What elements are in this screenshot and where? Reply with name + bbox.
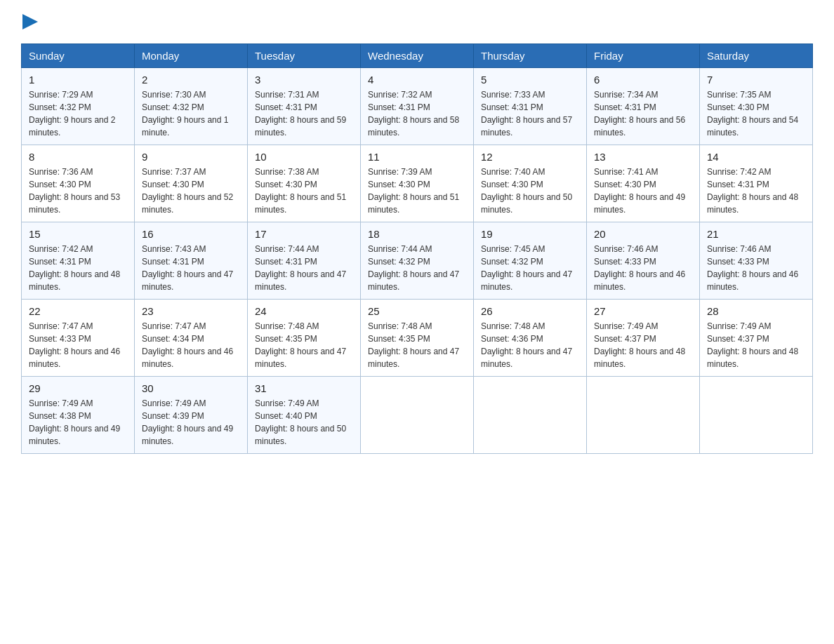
day-info: Sunrise: 7:44 AM Sunset: 4:31 PM Dayligh… <box>255 243 353 293</box>
daylight-label: Daylight: 9 hours and 1 minute. <box>142 115 228 137</box>
daylight-label: Daylight: 8 hours and 54 minutes. <box>707 115 798 137</box>
calendar-day-cell: 3 Sunrise: 7:31 AM Sunset: 4:31 PM Dayli… <box>248 68 361 145</box>
daylight-label: Daylight: 8 hours and 46 minutes. <box>142 347 233 369</box>
day-number: 4 <box>368 74 466 86</box>
daylight-label: Daylight: 8 hours and 46 minutes. <box>707 269 798 292</box>
day-info: Sunrise: 7:49 AM Sunset: 4:39 PM Dayligh… <box>142 397 240 448</box>
sunrise-label: Sunrise: 7:29 AM <box>29 90 93 100</box>
calendar-week-row: 29 Sunrise: 7:49 AM Sunset: 4:38 PM Dayl… <box>22 377 813 454</box>
day-info: Sunrise: 7:37 AM Sunset: 4:30 PM Dayligh… <box>142 166 240 216</box>
weekday-header-thursday: Thursday <box>474 44 587 68</box>
day-info: Sunrise: 7:42 AM Sunset: 4:31 PM Dayligh… <box>707 166 805 216</box>
day-info: Sunrise: 7:48 AM Sunset: 4:36 PM Dayligh… <box>481 320 579 370</box>
calendar-day-cell: 8 Sunrise: 7:36 AM Sunset: 4:30 PM Dayli… <box>22 145 135 222</box>
sunset-label: Sunset: 4:30 PM <box>29 180 91 189</box>
sunrise-label: Sunrise: 7:35 AM <box>707 90 771 100</box>
sunrise-label: Sunrise: 7:42 AM <box>707 167 771 177</box>
sunrise-label: Sunrise: 7:47 AM <box>29 321 93 331</box>
sunset-label: Sunset: 4:40 PM <box>255 411 317 421</box>
day-info: Sunrise: 7:40 AM Sunset: 4:30 PM Dayligh… <box>481 166 579 216</box>
day-info: Sunrise: 7:43 AM Sunset: 4:31 PM Dayligh… <box>142 243 240 293</box>
page-header <box>21 14 813 29</box>
logo-arrow-icon <box>22 14 38 29</box>
day-number: 1 <box>29 74 127 86</box>
sunrise-label: Sunrise: 7:49 AM <box>142 398 206 408</box>
calendar-day-cell: 11 Sunrise: 7:39 AM Sunset: 4:30 PM Dayl… <box>361 145 474 222</box>
day-number: 11 <box>368 151 466 163</box>
day-number: 10 <box>255 151 353 163</box>
sunrise-label: Sunrise: 7:43 AM <box>142 244 206 254</box>
weekday-header-wednesday: Wednesday <box>361 44 474 68</box>
day-info: Sunrise: 7:31 AM Sunset: 4:31 PM Dayligh… <box>255 88 353 139</box>
day-info: Sunrise: 7:47 AM Sunset: 4:34 PM Dayligh… <box>142 320 240 370</box>
sunrise-label: Sunrise: 7:36 AM <box>29 167 93 177</box>
sunrise-label: Sunrise: 7:48 AM <box>255 321 319 331</box>
weekday-header-tuesday: Tuesday <box>248 44 361 68</box>
daylight-label: Daylight: 8 hours and 47 minutes. <box>368 347 459 369</box>
daylight-label: Daylight: 9 hours and 2 minutes. <box>29 115 115 137</box>
sunset-label: Sunset: 4:35 PM <box>255 334 317 344</box>
day-number: 23 <box>142 305 240 317</box>
day-number: 18 <box>368 228 466 240</box>
calendar-day-cell: 9 Sunrise: 7:37 AM Sunset: 4:30 PM Dayli… <box>135 145 248 222</box>
daylight-label: Daylight: 8 hours and 48 minutes. <box>29 269 120 292</box>
calendar-day-cell: 25 Sunrise: 7:48 AM Sunset: 4:35 PM Dayl… <box>361 300 474 377</box>
sunset-label: Sunset: 4:30 PM <box>142 180 204 189</box>
calendar-day-cell: 29 Sunrise: 7:49 AM Sunset: 4:38 PM Dayl… <box>22 377 135 454</box>
empty-cell <box>700 377 813 454</box>
daylight-label: Daylight: 8 hours and 47 minutes. <box>481 269 572 292</box>
daylight-label: Daylight: 8 hours and 47 minutes. <box>255 269 346 292</box>
sunrise-label: Sunrise: 7:49 AM <box>255 398 319 408</box>
daylight-label: Daylight: 8 hours and 50 minutes. <box>481 192 572 215</box>
sunset-label: Sunset: 4:33 PM <box>29 334 91 344</box>
weekday-header-sunday: Sunday <box>22 44 135 68</box>
day-info: Sunrise: 7:32 AM Sunset: 4:31 PM Dayligh… <box>368 88 466 139</box>
sunrise-label: Sunrise: 7:34 AM <box>594 90 658 100</box>
day-number: 14 <box>707 151 805 163</box>
day-number: 28 <box>707 305 805 317</box>
daylight-label: Daylight: 8 hours and 59 minutes. <box>255 115 346 137</box>
calendar-day-cell: 6 Sunrise: 7:34 AM Sunset: 4:31 PM Dayli… <box>587 68 700 145</box>
daylight-label: Daylight: 8 hours and 56 minutes. <box>594 115 685 137</box>
day-info: Sunrise: 7:36 AM Sunset: 4:30 PM Dayligh… <box>29 166 127 216</box>
sunset-label: Sunset: 4:31 PM <box>481 102 543 112</box>
daylight-label: Daylight: 8 hours and 49 minutes. <box>594 192 685 215</box>
calendar-week-row: 15 Sunrise: 7:42 AM Sunset: 4:31 PM Dayl… <box>22 222 813 300</box>
calendar-day-cell: 26 Sunrise: 7:48 AM Sunset: 4:36 PM Dayl… <box>474 300 587 377</box>
day-info: Sunrise: 7:39 AM Sunset: 4:30 PM Dayligh… <box>368 166 466 216</box>
sunrise-label: Sunrise: 7:48 AM <box>481 321 545 331</box>
sunrise-label: Sunrise: 7:44 AM <box>368 244 432 254</box>
calendar-day-cell: 13 Sunrise: 7:41 AM Sunset: 4:30 PM Dayl… <box>587 145 700 222</box>
day-number: 20 <box>594 228 692 240</box>
day-number: 21 <box>707 228 805 240</box>
sunrise-label: Sunrise: 7:41 AM <box>594 167 658 177</box>
calendar-table: SundayMondayTuesdayWednesdayThursdayFrid… <box>21 43 813 454</box>
empty-cell <box>474 377 587 454</box>
day-info: Sunrise: 7:38 AM Sunset: 4:30 PM Dayligh… <box>255 166 353 216</box>
sunrise-label: Sunrise: 7:47 AM <box>142 321 206 331</box>
logo <box>21 14 38 29</box>
daylight-label: Daylight: 8 hours and 47 minutes. <box>368 269 459 292</box>
day-info: Sunrise: 7:48 AM Sunset: 4:35 PM Dayligh… <box>368 320 466 370</box>
daylight-label: Daylight: 8 hours and 46 minutes. <box>594 269 685 292</box>
sunset-label: Sunset: 4:32 PM <box>481 257 543 267</box>
calendar-day-cell: 1 Sunrise: 7:29 AM Sunset: 4:32 PM Dayli… <box>22 68 135 145</box>
day-info: Sunrise: 7:47 AM Sunset: 4:33 PM Dayligh… <box>29 320 127 370</box>
calendar-day-cell: 19 Sunrise: 7:45 AM Sunset: 4:32 PM Dayl… <box>474 222 587 300</box>
sunset-label: Sunset: 4:31 PM <box>255 257 317 267</box>
day-number: 19 <box>481 228 579 240</box>
sunrise-label: Sunrise: 7:37 AM <box>142 167 206 177</box>
daylight-label: Daylight: 8 hours and 47 minutes. <box>142 269 233 292</box>
calendar-day-cell: 23 Sunrise: 7:47 AM Sunset: 4:34 PM Dayl… <box>135 300 248 377</box>
sunrise-label: Sunrise: 7:49 AM <box>29 398 93 408</box>
day-info: Sunrise: 7:42 AM Sunset: 4:31 PM Dayligh… <box>29 243 127 293</box>
sunset-label: Sunset: 4:30 PM <box>481 180 543 189</box>
weekday-header-saturday: Saturday <box>700 44 813 68</box>
sunset-label: Sunset: 4:31 PM <box>368 102 430 112</box>
calendar-day-cell: 5 Sunrise: 7:33 AM Sunset: 4:31 PM Dayli… <box>474 68 587 145</box>
sunrise-label: Sunrise: 7:32 AM <box>368 90 432 100</box>
day-info: Sunrise: 7:49 AM Sunset: 4:37 PM Dayligh… <box>594 320 692 370</box>
calendar-day-cell: 2 Sunrise: 7:30 AM Sunset: 4:32 PM Dayli… <box>135 68 248 145</box>
day-number: 13 <box>594 151 692 163</box>
calendar-day-cell: 21 Sunrise: 7:46 AM Sunset: 4:33 PM Dayl… <box>700 222 813 300</box>
